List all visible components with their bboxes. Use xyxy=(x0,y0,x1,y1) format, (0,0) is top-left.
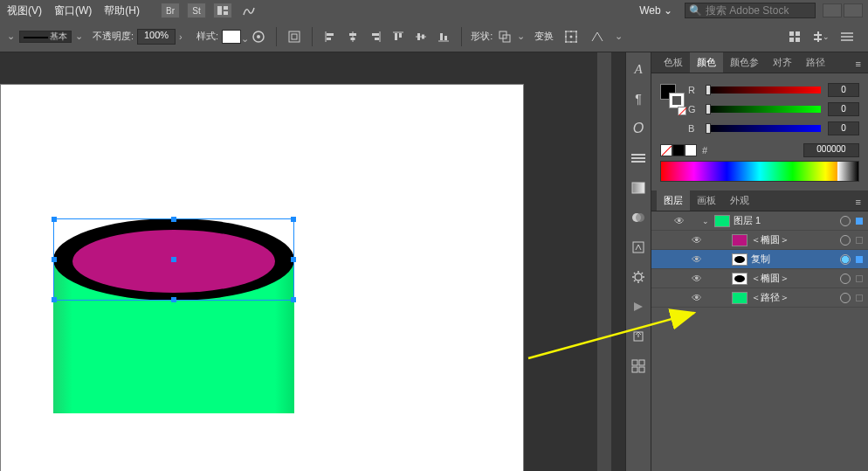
r-value-input[interactable]: 0 xyxy=(828,83,859,97)
artboard[interactable] xyxy=(0,84,524,471)
layer-row-item[interactable]: 👁 ＜椭圆＞ xyxy=(651,269,868,288)
layer-name[interactable]: ＜椭圆＞ xyxy=(751,272,837,285)
visibility-toggle-icon[interactable]: 👁 xyxy=(690,273,704,285)
menu-view[interactable]: 视图(V) xyxy=(7,3,42,18)
layer-name[interactable]: ＜路径＞ xyxy=(751,291,837,304)
layer-row-item[interactable]: 👁 ＜路径＞ xyxy=(651,288,868,308)
visibility-toggle-icon[interactable]: 👁 xyxy=(690,253,704,266)
layer-row-root[interactable]: 👁 ⌄ 图层 1 xyxy=(651,211,868,231)
svg-rect-17 xyxy=(395,33,397,40)
visibility-toggle-icon[interactable]: 👁 xyxy=(690,234,704,246)
tab-artboards[interactable]: 画板 xyxy=(690,190,723,211)
color-black-icon[interactable] xyxy=(672,144,685,156)
tab-layers[interactable]: 图层 xyxy=(657,190,690,211)
paragraph-panel-icon[interactable]: ¶ xyxy=(629,89,648,108)
align-hcenter-icon[interactable] xyxy=(344,28,362,45)
twisty-open-icon[interactable]: ⌄ xyxy=(702,217,711,225)
align-top-icon[interactable] xyxy=(389,28,407,45)
selection-indicator[interactable] xyxy=(856,294,863,301)
panel-menu-icon[interactable]: ≡ xyxy=(849,193,868,211)
export-panel-icon[interactable] xyxy=(629,327,648,346)
search-stock-input[interactable]: 🔍 搜索 Adobe Stock xyxy=(685,3,816,18)
grid-panel-icon[interactable] xyxy=(629,357,648,376)
gpu-icon[interactable] xyxy=(239,3,258,18)
type-panel-icon[interactable]: A xyxy=(629,59,648,79)
tab-appearance[interactable]: 外观 xyxy=(723,190,756,211)
list-icon[interactable] xyxy=(838,28,856,45)
shape-mode-icon[interactable] xyxy=(496,28,513,45)
panel-menu-icon[interactable]: ≡ xyxy=(849,55,868,73)
color-none-icon[interactable] xyxy=(660,144,672,156)
bridge-icon[interactable]: Br xyxy=(161,3,180,18)
menu-window[interactable]: 窗口(W) xyxy=(54,3,92,18)
menu-help[interactable]: 帮助(H) xyxy=(104,3,140,18)
target-icon[interactable] xyxy=(840,235,851,246)
stock-icon[interactable]: St xyxy=(187,3,206,18)
layer-name[interactable]: ＜椭圆＞ xyxy=(751,233,837,246)
window-restore-button[interactable] xyxy=(844,3,863,17)
window-minimize-button[interactable] xyxy=(823,3,842,17)
recolor-icon[interactable] xyxy=(250,28,267,45)
selection-indicator[interactable] xyxy=(856,275,863,282)
symbols-panel-icon[interactable] xyxy=(629,238,648,257)
layer-name[interactable]: 复制 xyxy=(751,253,837,266)
tab-align[interactable]: 对齐 xyxy=(766,52,799,73)
svg-rect-40 xyxy=(796,38,800,42)
canvas[interactable] xyxy=(0,52,625,471)
chevron-down-icon[interactable]: ⌄ xyxy=(7,31,16,42)
target-icon[interactable] xyxy=(840,216,851,226)
color-spectrum[interactable] xyxy=(660,161,859,182)
preferences-icon[interactable]: ⌄ xyxy=(812,28,830,45)
opacity-input[interactable]: 100% xyxy=(137,29,176,45)
collapsed-panel-dock: A ¶ O xyxy=(625,52,651,471)
canvas-vertical-scrollbar[interactable] xyxy=(597,52,611,471)
hex-input[interactable]: 000000 xyxy=(803,143,859,157)
align-bottom-icon[interactable] xyxy=(435,28,452,45)
align-right-icon[interactable] xyxy=(367,28,384,45)
play-icon[interactable] xyxy=(629,297,648,316)
isolate-icon[interactable] xyxy=(286,28,303,45)
selection-indicator[interactable] xyxy=(856,256,863,263)
b-slider[interactable] xyxy=(706,125,821,132)
selection-indicator[interactable] xyxy=(856,237,863,244)
tab-swatches[interactable]: 色板 xyxy=(657,52,690,73)
visibility-toggle-icon[interactable]: 👁 xyxy=(690,292,704,304)
transform-label[interactable]: 变换 xyxy=(534,30,554,43)
stroke-panel-icon[interactable] xyxy=(629,149,648,168)
grid-icon[interactable] xyxy=(786,28,803,45)
tab-color-guide[interactable]: 颜色参 xyxy=(723,52,766,73)
workspace-switcher[interactable]: Web ⌄ xyxy=(634,4,678,17)
target-icon[interactable] xyxy=(840,254,851,265)
selection-bounding-box[interactable] xyxy=(53,218,294,301)
g-value-input[interactable]: 0 xyxy=(828,102,859,116)
b-value-input[interactable]: 0 xyxy=(828,121,859,135)
scale-strokes-icon[interactable] xyxy=(589,28,606,45)
target-icon[interactable] xyxy=(840,274,851,284)
chevron-right-icon[interactable]: › xyxy=(179,31,188,42)
svg-point-34 xyxy=(565,41,567,43)
graphic-style-select[interactable]: ⌄ xyxy=(222,30,241,44)
g-slider[interactable] xyxy=(706,106,821,113)
selection-indicator[interactable] xyxy=(856,218,863,225)
stroke-profile-select[interactable]: 基本 xyxy=(19,31,72,43)
svg-rect-6 xyxy=(292,34,297,39)
color-white-icon[interactable] xyxy=(685,144,697,156)
target-icon[interactable] xyxy=(840,293,851,303)
r-slider[interactable] xyxy=(706,87,821,94)
layer-row-item[interactable]: 👁 ＜椭圆＞ xyxy=(651,231,868,250)
align-vcenter-icon[interactable] xyxy=(412,28,430,45)
transparency-panel-icon[interactable] xyxy=(629,208,648,227)
layer-name[interactable]: 图层 1 xyxy=(734,214,837,227)
tab-pathfinder[interactable]: 路径 xyxy=(799,52,832,73)
align-left-icon[interactable] xyxy=(321,28,339,45)
fill-stroke-indicator[interactable] xyxy=(660,84,685,108)
none-swatch-icon[interactable] xyxy=(678,107,686,115)
reference-point-icon[interactable] xyxy=(562,28,580,45)
visibility-toggle-icon[interactable]: 👁 xyxy=(672,215,686,227)
gear-panel-icon[interactable] xyxy=(629,267,648,287)
tab-color[interactable]: 颜色 xyxy=(690,52,723,73)
brush-panel-icon[interactable]: O xyxy=(629,119,648,138)
layer-row-item-selected[interactable]: 👁 复制 xyxy=(651,250,868,269)
gradient-panel-icon[interactable] xyxy=(629,178,648,197)
arrange-docs-icon[interactable] xyxy=(213,3,232,18)
